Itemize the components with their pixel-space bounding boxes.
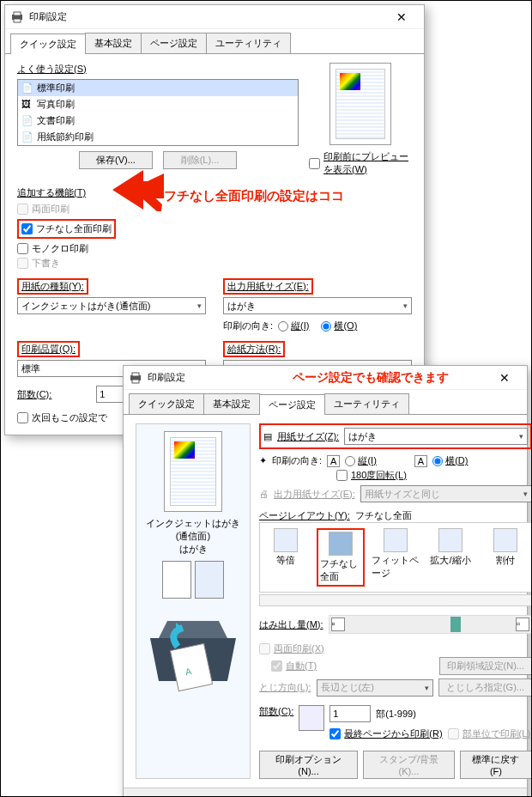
auto-checkbox (271, 660, 282, 672)
titlebar: 印刷設定 ✕ (5, 5, 424, 29)
h-scrollbar[interactable] (259, 594, 532, 606)
output-size-dropdown: 用紙サイズと同じ (360, 485, 532, 502)
slider-thumb[interactable] (450, 617, 461, 632)
page-layout-label: ページレイアウト(Y): (259, 509, 350, 522)
layout-borderless[interactable]: フチなし全面 (317, 528, 365, 587)
copies-input[interactable]: 1 (329, 705, 371, 722)
frequently-used-label: よく使う設定(S) (17, 63, 299, 76)
svg-rect-2 (14, 19, 21, 22)
dialog-footer: OK キャンセル ヘルプ (124, 788, 527, 797)
printer-icon (129, 371, 142, 385)
doc-icon: 📄 (21, 131, 33, 143)
mono-checkbox[interactable] (17, 243, 28, 254)
paper-type-label: 用紙の種類(Y): (21, 281, 84, 291)
window-title: 印刷設定 (29, 10, 384, 23)
preset-item: 📄用紙節約印刷 (18, 129, 298, 145)
arrow-icon (112, 168, 164, 211)
tab-page-setup[interactable]: ページ設定 (259, 394, 325, 415)
tabs: クイック設定 基本設定 ページ設定 ユーティリティ (5, 29, 424, 54)
paper-icon (195, 561, 224, 599)
preset-item: ✉封筒印刷 (18, 145, 298, 146)
orientation-label: 印刷の向き: (272, 454, 322, 467)
tab-basic[interactable]: 基本設定 (203, 393, 260, 414)
svg-rect-7 (132, 380, 139, 383)
svg-rect-1 (14, 12, 21, 15)
layout-fit[interactable]: フィットページ (372, 528, 420, 587)
binding-margin-button: とじしろ指定(G)... (438, 678, 532, 697)
right-settings-panel: ▤ 用紙サイズ(Z): はがき ✦ 印刷の向き: A 縦(I) A 横(D) 1… (259, 423, 532, 779)
tab-page-setup[interactable]: ページ設定 (141, 33, 207, 53)
always-use-checkbox[interactable] (17, 412, 28, 423)
binding-label: とじ方向(L): (259, 681, 311, 694)
copies-label: 部数(C): (17, 388, 51, 401)
doc-icon: 📄 (21, 82, 33, 94)
copies-label: 部数(C): (259, 705, 293, 718)
overhang-slider[interactable]: ▫ ▫ (329, 615, 532, 634)
page-layout-value: フチなし全面 (355, 509, 412, 522)
preset-item: 📄文書印刷 (18, 113, 298, 129)
output-size-dropdown[interactable]: はがき (223, 297, 412, 314)
page-icon: ▤ (263, 431, 272, 442)
photo-icon: 🖼 (21, 99, 33, 111)
paper-icon (162, 561, 191, 599)
feed-label: 給紙方法(R): (227, 344, 281, 354)
preset-item: 📄標準印刷 (18, 80, 298, 96)
orient-landscape-radio[interactable] (321, 321, 331, 332)
paper-size-label: 用紙サイズ(Z): (277, 430, 339, 443)
annotation-page-setup: ページ設定でも確認できます (293, 370, 449, 386)
draft-checkbox (17, 258, 28, 269)
paper-size-dropdown[interactable]: はがき (344, 428, 528, 445)
stamp-button: スタンプ/背景(K)... (363, 751, 455, 779)
preview-pane (329, 63, 391, 145)
print-settings-window-2: 印刷設定 ✕ クイック設定 基本設定 ページ設定 ユーティリティ インクジェット… (123, 365, 528, 797)
collate-checkbox (448, 728, 459, 739)
layout-scale[interactable]: 拡大/縮小 (426, 528, 475, 587)
output-size-label: 出力用紙サイズ(E): (227, 281, 309, 291)
annotation-borderless: フチなし全面印刷の設定はココ (164, 188, 344, 204)
copies-icon (299, 705, 324, 731)
paper-type-dropdown[interactable]: インクジェットはがき(通信面) (17, 297, 206, 314)
layout-normal[interactable]: 等倍 (262, 528, 310, 587)
print-options-button[interactable]: 印刷オプション(N)... (259, 751, 358, 779)
tab-utility[interactable]: ユーティリティ (206, 33, 291, 53)
overhang-label: はみ出し量(M): (259, 618, 323, 631)
rotate180-checkbox[interactable] (336, 470, 348, 481)
orient-portrait-radio[interactable] (278, 321, 288, 332)
orient-portrait-radio[interactable] (345, 456, 355, 466)
binding-dropdown: 長辺とじ(左) (317, 679, 433, 697)
preview-paper-type: インクジェットはがき(通信面) (143, 517, 243, 543)
left-preview-panel: インクジェットはがき(通信面) はがき A (136, 423, 251, 779)
printer-illustration: A (142, 604, 245, 698)
tab-quick-setup[interactable]: クイック設定 (10, 33, 86, 54)
preview-paper-size: はがき (143, 543, 243, 556)
duplex-checkbox (17, 204, 28, 215)
svg-rect-6 (132, 373, 139, 376)
printer-icon (10, 10, 24, 24)
tab-content: インクジェットはがき(通信面) はがき A ▤ (124, 415, 527, 788)
preview-before-print-checkbox[interactable] (309, 158, 320, 169)
portrait-icon: A (327, 455, 340, 467)
preview-thumbnail (164, 431, 222, 512)
tab-basic[interactable]: 基本設定 (85, 33, 142, 53)
print-area-button: 印刷領域設定(N)... (439, 657, 532, 675)
defaults-button[interactable]: 標準に戻す(F) (460, 751, 532, 779)
orientation-label: 印刷の向き: (223, 319, 273, 332)
save-button[interactable]: 保存(V)... (79, 151, 153, 169)
tab-quick-setup[interactable]: クイック設定 (129, 393, 204, 414)
quality-label: 印刷品質(Q): (21, 344, 76, 354)
tab-utility[interactable]: ユーティリティ (324, 393, 409, 414)
presets-listbox[interactable]: 📄標準印刷 🖼写真印刷 📄文書印刷 📄用紙節約印刷 ✉封筒印刷 (17, 79, 299, 146)
doc-icon: 📄 (21, 115, 33, 127)
layout-nup[interactable]: 割付 (481, 528, 529, 587)
tabs: クイック設定 基本設定 ページ設定 ユーティリティ (124, 390, 527, 415)
close-button[interactable]: ✕ (487, 371, 522, 385)
output-size-label: 出力用紙サイズ(E): (274, 488, 355, 501)
preset-item: 🖼写真印刷 (18, 96, 298, 113)
copies-range: 部(1-999) (376, 708, 415, 721)
borderless-checkbox[interactable] (21, 223, 33, 234)
last-page-first-checkbox[interactable] (329, 728, 341, 739)
orient-landscape-radio[interactable] (432, 456, 443, 466)
duplex-checkbox (259, 643, 270, 654)
delete-button[interactable]: 削除(L)... (163, 151, 237, 169)
close-button[interactable]: ✕ (384, 10, 419, 24)
